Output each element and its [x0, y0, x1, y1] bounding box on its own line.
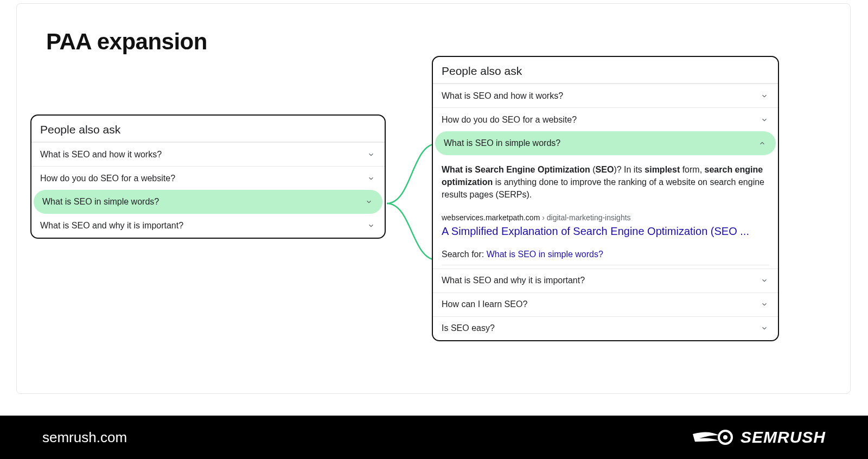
chevron-down-icon — [366, 221, 376, 231]
paa-question: What is SEO and how it works? — [442, 91, 563, 101]
chevron-down-icon — [366, 150, 376, 160]
chevron-down-icon — [364, 197, 374, 207]
crumb-host: webservices.marketpath.com — [442, 213, 540, 222]
paa-question: How can I learn SEO? — [442, 299, 527, 309]
result-title-link[interactable]: A Simplified Explanation of Search Engin… — [442, 225, 769, 238]
result-breadcrumb: webservices.marketpath.com › digital-mar… — [442, 213, 769, 222]
paa-card-before: People also ask What is SEO and how it w… — [30, 114, 386, 239]
footer-site-text: semrush.com — [42, 429, 127, 446]
paa-row-expanded[interactable]: What is SEO in simple words? — [435, 131, 776, 155]
paa-question: What is SEO and why it is important? — [40, 221, 183, 231]
paa-row[interactable]: Is SEO easy? — [433, 316, 778, 340]
paa-row-highlighted[interactable]: What is SEO in simple words? — [34, 190, 382, 214]
paa-question: Is SEO easy? — [442, 323, 495, 333]
chevron-up-icon — [757, 138, 767, 148]
paa-heading: People also ask — [31, 116, 385, 142]
paa-question: What is SEO and why it is important? — [442, 276, 585, 285]
paa-question: How do you do SEO for a website? — [442, 115, 577, 125]
paa-question: What is SEO in simple words? — [42, 197, 159, 207]
paa-row[interactable]: What is SEO and why it is important? — [433, 269, 778, 292]
chevron-down-icon — [760, 299, 769, 309]
search-for-link[interactable]: What is SEO in simple words? — [487, 250, 603, 259]
paa-card-after: People also ask What is SEO and how it w… — [432, 56, 779, 341]
paa-heading: People also ask — [433, 57, 778, 84]
connector-lines — [385, 139, 439, 264]
slide-canvas: PAA expansion People also ask What is SE… — [16, 3, 851, 394]
chevron-down-icon — [760, 91, 769, 101]
paa-row[interactable]: How can I learn SEO? — [433, 292, 778, 316]
crumb-path: › digital-marketing-insights — [540, 213, 630, 222]
paa-question: What is SEO and how it works? — [40, 150, 162, 160]
chevron-down-icon — [366, 174, 376, 183]
paa-row[interactable]: What is SEO and why it is important? — [31, 214, 385, 238]
paa-row[interactable]: How do you do SEO for a website? — [31, 166, 385, 190]
svg-point-1 — [723, 435, 727, 439]
chevron-down-icon — [760, 276, 769, 285]
fireball-icon — [692, 429, 735, 446]
search-for-label: Search for: — [442, 250, 487, 259]
paa-question: What is SEO in simple words? — [444, 138, 560, 148]
chevron-down-icon — [760, 115, 769, 125]
paa-answer-panel: What is Search Engine Optimization (SEO)… — [433, 155, 778, 269]
page-title: PAA expansion — [46, 29, 207, 55]
answer-snippet: What is Search Engine Optimization (SEO)… — [442, 163, 769, 201]
footer-bar: semrush.com SEMRUSH — [0, 416, 868, 459]
brand-logo: SEMRUSH — [692, 428, 826, 447]
paa-question: How do you do SEO for a website? — [40, 174, 175, 183]
brand-wordmark: SEMRUSH — [741, 428, 826, 447]
search-for-line: Search for: What is SEO in simple words? — [442, 250, 769, 265]
paa-row[interactable]: How do you do SEO for a website? — [433, 107, 778, 131]
paa-row[interactable]: What is SEO and how it works? — [433, 84, 778, 107]
paa-row[interactable]: What is SEO and how it works? — [31, 142, 385, 166]
chevron-down-icon — [760, 323, 769, 333]
